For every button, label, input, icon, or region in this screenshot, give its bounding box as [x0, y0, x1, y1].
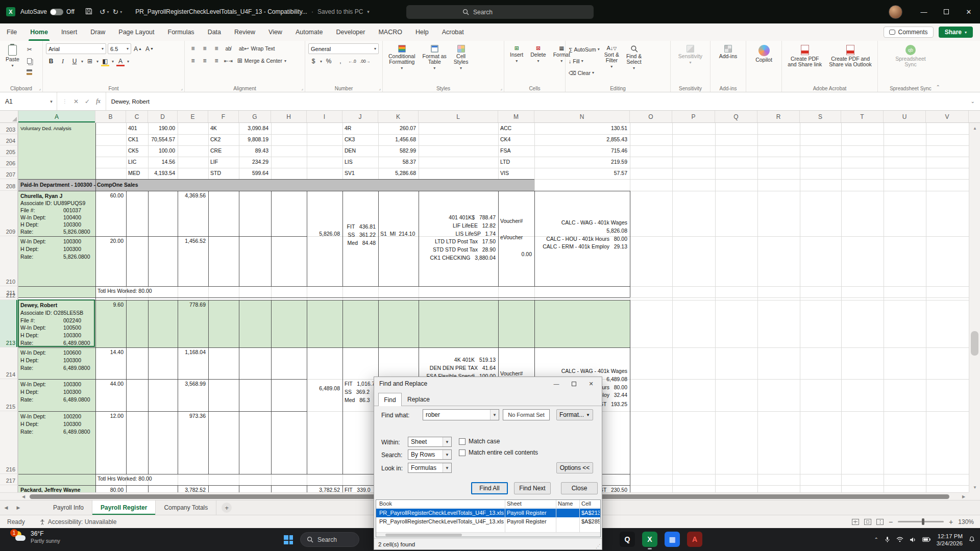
battery-icon[interactable]	[922, 537, 930, 542]
volume-icon[interactable]	[910, 537, 916, 543]
accessibility-status[interactable]: Accessibility: Unavailable	[39, 518, 117, 525]
col-header-L[interactable]: L	[419, 111, 498, 122]
cell-I-755[interactable]: 6,489.08	[307, 385, 340, 392]
cell-L-419[interactable]: 401 401K$ 788.47LIF LifeEE 12.82LIS Life…	[419, 214, 496, 262]
create-pdf-share-outlook-button[interactable]: Create PDF and Share via Outlook	[826, 43, 874, 84]
cut-button[interactable]: ✂	[24, 44, 35, 55]
col-header-B[interactable]: B	[95, 111, 126, 122]
percent-button[interactable]: %	[324, 56, 334, 66]
cell-G-267[interactable]: 9,808.19	[239, 136, 268, 143]
results-scroll-thumb[interactable]	[385, 534, 462, 536]
tab-find[interactable]: Find	[378, 393, 402, 406]
row-header-210[interactable]: 210	[0, 236, 18, 286]
format-button[interactable]: Format... ▼	[556, 409, 593, 420]
col-header-V[interactable]: V	[926, 111, 969, 122]
row-header-206[interactable]: 206	[0, 157, 18, 168]
cell-B-684[interactable]: 14.40	[95, 349, 124, 356]
accounting-format-button[interactable]: $	[308, 56, 318, 66]
dialog-close-icon[interactable]: ✕	[582, 378, 600, 389]
cell-G-289[interactable]: 89.43	[239, 147, 268, 154]
cell-N-333[interactable]: 57.57	[534, 170, 627, 177]
col-header-I[interactable]: I	[307, 111, 342, 122]
cell-A-954[interactable]: Packard, Jeffrey Wayne	[20, 487, 81, 492]
align-right-icon[interactable]: ≡	[211, 56, 222, 66]
underline-button[interactable]: U	[69, 56, 80, 66]
collapse-ribbon-icon[interactable]: ⌃	[936, 84, 940, 90]
insert-cells-button[interactable]: ⊞ Insert ▾	[507, 43, 526, 84]
merge-center-button[interactable]: ⊞ Merge & Center ▾	[236, 56, 287, 66]
ribbon-tab-formulas[interactable]: Formulas	[161, 23, 201, 41]
dialog-title-bar[interactable]: Find and Replace — ✕	[374, 377, 602, 390]
col-header-R[interactable]: R	[757, 111, 800, 122]
col-header-G[interactable]: G	[239, 111, 271, 122]
cell-J-289[interactable]: DEN	[345, 147, 356, 154]
cell-A-377[interactable]: Churella, Ryan JAssociate ID: UU89PUQS9F…	[20, 192, 90, 235]
zoom-level[interactable]: 130%	[958, 518, 974, 525]
conditional-formatting-button[interactable]: Conditional Formatting ▾	[386, 43, 418, 84]
cell-A-245[interactable]: Voluntary Ded. Analysis	[20, 125, 71, 132]
row-header-205[interactable]: 205	[0, 145, 18, 157]
wrap-text-button[interactable]: ab↩ Wrap Text	[238, 43, 276, 54]
cell-E-591[interactable]: 778.69	[178, 302, 206, 308]
cell-C-267[interactable]: CK1	[128, 136, 138, 143]
zoom-slider-thumb[interactable]	[922, 518, 924, 525]
ribbon-tab-home[interactable]: Home	[23, 23, 55, 41]
save-icon[interactable]	[85, 8, 92, 16]
name-box[interactable]: A1	[0, 92, 46, 110]
cell-I-452[interactable]: 5,826.08	[307, 231, 340, 237]
align-left-icon[interactable]: ≡	[188, 56, 198, 66]
select-all-corner[interactable]	[0, 111, 18, 122]
cell-C-311[interactable]: LIC	[128, 159, 136, 165]
cell-K-289[interactable]: 582.99	[378, 147, 416, 154]
format-as-table-button[interactable]: Format as Table ▾	[420, 43, 449, 84]
taskbar-clock[interactable]: 12:17 PM 3/24/2026	[937, 533, 963, 547]
zoom-slider[interactable]	[898, 521, 944, 522]
match-entire-checkbox[interactable]: Match entire cell contents	[459, 449, 538, 456]
scroll-up-icon[interactable]: ▲	[969, 123, 980, 133]
font-size-select[interactable]: 6.5▾	[108, 43, 131, 54]
result-row-2[interactable]: PR_PayrollRegisterCheckLevelTotals_U4F_1…	[376, 517, 600, 526]
increase-decimal-button[interactable]: ←.0	[347, 56, 357, 66]
align-top-icon[interactable]: ≡	[188, 43, 198, 54]
cell-J-311[interactable]: LIS	[345, 159, 353, 165]
row-header-204[interactable]: 204	[0, 134, 18, 145]
cell-D-333[interactable]: 4,193.54	[148, 170, 175, 177]
zoom-in-button[interactable]: +	[949, 518, 953, 526]
cell-N-289[interactable]: 715.46	[534, 147, 627, 154]
dialog-launcher-icon[interactable]: ⌟	[500, 86, 502, 91]
comma-style-button[interactable]: ,	[335, 56, 346, 66]
cell-B-466[interactable]: 20.00	[95, 238, 124, 244]
tab-replace[interactable]: Replace	[403, 393, 434, 406]
clear-button[interactable]: ⌫Clear▾	[569, 68, 600, 78]
close-button[interactable]: ✕	[958, 0, 980, 23]
cell-M-267[interactable]: CK4	[500, 136, 510, 143]
chevron-down-icon[interactable]: ▼	[490, 410, 499, 420]
create-pdf-share-link-button[interactable]: Create PDF and Share link	[785, 43, 824, 84]
share-button[interactable]: Share ▾	[939, 27, 973, 38]
chevron-down-icon[interactable]: ▼	[443, 463, 451, 472]
col-header-N[interactable]: N	[534, 111, 630, 122]
row-header-208[interactable]: 208	[0, 179, 18, 191]
scroll-left-icon[interactable]: ◀	[18, 493, 29, 500]
vertical-scroll-thumb[interactable]	[971, 331, 978, 356]
ribbon-tab-page-layout[interactable]: Page Layout	[112, 23, 161, 41]
find-select-button[interactable]: Find & Select ▾	[624, 43, 644, 84]
app-q-icon[interactable]: Q	[620, 532, 635, 547]
notification-bell-icon[interactable]	[969, 536, 975, 543]
dialog-launcher-icon[interactable]: ⌟	[181, 86, 183, 91]
dialog-launcher-icon[interactable]: ⌟	[39, 86, 41, 91]
results-col-book[interactable]: Book	[379, 500, 392, 507]
cell-M-492[interactable]: 0.00	[498, 251, 532, 258]
formula-content[interactable]: Dewey, Robert	[106, 92, 150, 110]
col-header-Q[interactable]: Q	[715, 111, 757, 122]
wifi-icon[interactable]	[896, 537, 903, 542]
cell-I-954[interactable]: 3,782.52	[307, 487, 340, 492]
results-list[interactable]: BookSheetNameCell PR_PayrollRegisterChec…	[376, 499, 601, 537]
col-header-H[interactable]: H	[271, 111, 307, 122]
row-header-217[interactable]: 217	[0, 474, 18, 485]
col-header-F[interactable]: F	[208, 111, 239, 122]
cell-B-746[interactable]: 44.00	[95, 381, 124, 387]
paste-button[interactable]: Paste ▾	[3, 43, 22, 84]
cell-F-245[interactable]: 4K	[210, 125, 217, 132]
cell-F-267[interactable]: CK2	[210, 136, 220, 143]
